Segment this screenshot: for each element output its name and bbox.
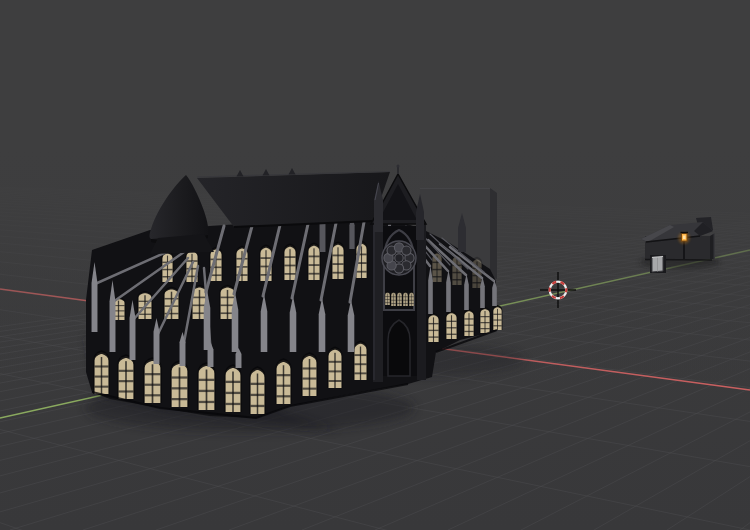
- transept-gallery-windows: [385, 292, 414, 306]
- house-door: [650, 255, 666, 273]
- transept-portal: [388, 320, 410, 376]
- rose-window: [382, 241, 416, 275]
- 3d-viewport[interactable]: [0, 0, 750, 530]
- viewport-canvas[interactable]: [0, 0, 750, 530]
